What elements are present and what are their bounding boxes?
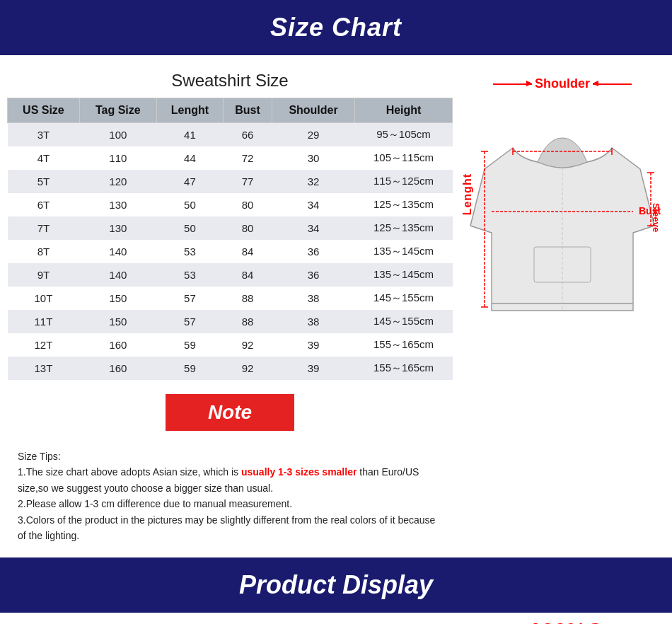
cell-7-0: 10T <box>8 287 80 310</box>
col-bust: Bust <box>224 98 272 123</box>
col-tag-size: Tag Size <box>79 98 156 123</box>
main-content: Sweatshirt Size US Size Tag Size Lenght … <box>0 55 672 550</box>
cell-10-2: 59 <box>156 357 223 380</box>
cell-9-0: 12T <box>8 333 80 357</box>
table-row: 4T110447230105～115cm <box>8 146 453 170</box>
header-title: Size Chart <box>270 13 402 42</box>
cell-9-5: 155～165cm <box>355 333 453 357</box>
cell-5-0: 8T <box>8 240 80 263</box>
cell-2-2: 47 <box>156 170 223 193</box>
col-height: Height <box>355 98 453 123</box>
note-label: Note <box>208 401 252 423</box>
lenght-diagram-label: Lenght <box>461 173 474 215</box>
cell-3-3: 80 <box>224 193 272 216</box>
cell-8-0: 11T <box>8 310 80 333</box>
header-bar: Size Chart <box>0 0 672 55</box>
cell-3-0: 6T <box>8 193 80 216</box>
cell-6-0: 9T <box>8 263 80 287</box>
table-row: 9T140538436135～145cm <box>8 263 453 287</box>
cell-5-4: 36 <box>272 240 355 263</box>
table-row: 10T150578838145～155cm <box>8 287 453 310</box>
footer-bar: Product Display <box>0 557 672 613</box>
col-us-size: US Size <box>8 98 80 123</box>
cell-7-4: 38 <box>272 287 355 310</box>
cell-4-0: 7T <box>8 216 80 240</box>
cell-1-2: 44 <box>156 146 223 170</box>
table-row: 6T130508034125～135cm <box>8 193 453 216</box>
cell-4-5: 125～135cm <box>355 216 453 240</box>
cell-6-5: 135～145cm <box>355 263 453 287</box>
cell-6-3: 84 <box>224 263 272 287</box>
note-section: Note <box>7 394 453 431</box>
cell-0-1: 100 <box>79 123 156 147</box>
cell-5-5: 135～145cm <box>355 240 453 263</box>
tips-line1: 1.The size chart above adopts Asian size… <box>18 464 442 496</box>
col-shoulder: Shoulder <box>272 98 355 123</box>
size-table: US Size Tag Size Lenght Bust Shoulder He… <box>7 98 453 380</box>
cell-9-1: 160 <box>79 333 156 357</box>
cell-7-2: 57 <box>156 287 223 310</box>
cell-2-5: 115～125cm <box>355 170 453 193</box>
table-row: 5T120477732115～125cm <box>8 170 453 193</box>
tips-title: Size Tips: <box>18 449 442 464</box>
cell-10-5: 155～165cm <box>355 357 453 380</box>
footer-cotton: 100%Cotton <box>0 613 672 624</box>
cell-10-4: 39 <box>272 357 355 380</box>
cell-6-1: 140 <box>79 263 156 287</box>
cell-8-2: 57 <box>156 310 223 333</box>
table-header-row: US Size Tag Size Lenght Bust Shoulder He… <box>8 98 453 123</box>
cell-10-0: 13T <box>8 357 80 380</box>
table-row: 11T150578838145～155cm <box>8 310 453 333</box>
cell-5-3: 84 <box>224 240 272 263</box>
cell-7-3: 88 <box>224 287 272 310</box>
sweatshirt-title: Sweatshirt Size <box>7 71 453 91</box>
cell-1-4: 30 <box>272 146 355 170</box>
cell-4-3: 80 <box>224 216 272 240</box>
cell-0-0: 3T <box>8 123 80 147</box>
cell-1-1: 110 <box>79 146 156 170</box>
cell-3-1: 130 <box>79 193 156 216</box>
tips-line3: 3.Colors of the product in the pictures … <box>18 512 442 544</box>
cell-4-4: 34 <box>272 216 355 240</box>
cell-7-1: 150 <box>79 287 156 310</box>
tips-line2: 2.Please allow 1-3 cm difference due to … <box>18 496 442 512</box>
cell-5-1: 140 <box>79 240 156 263</box>
cell-6-4: 36 <box>272 263 355 287</box>
cell-0-5: 95～105cm <box>355 123 453 147</box>
cell-10-3: 92 <box>224 357 272 380</box>
cell-3-2: 50 <box>156 193 223 216</box>
table-row: 13T160599239155～165cm <box>8 357 453 380</box>
sweatshirt-svg: Bust Sleeve <box>460 105 665 332</box>
cell-1-0: 4T <box>8 146 80 170</box>
footer-title: Product Display <box>239 570 433 599</box>
table-row: 7T130508034125～135cm <box>8 216 453 240</box>
cotton-label: 100%Cotton <box>527 618 658 624</box>
cell-8-5: 145～155cm <box>355 310 453 333</box>
cell-8-3: 88 <box>224 310 272 333</box>
cell-4-2: 50 <box>156 216 223 240</box>
cell-10-1: 160 <box>79 357 156 380</box>
table-section: Sweatshirt Size US Size Tag Size Lenght … <box>7 62 460 550</box>
tips-section: Size Tips: 1.The size chart above adopts… <box>7 441 453 550</box>
shoulder-label: Shoulder <box>535 76 590 91</box>
sweatshirt-diagram: Lenght <box>460 105 665 332</box>
shoulder-label-container: Shoulder <box>493 76 632 91</box>
table-row: 8T140538436135～145cm <box>8 240 453 263</box>
cell-1-5: 105～115cm <box>355 146 453 170</box>
cell-2-1: 120 <box>79 170 156 193</box>
cell-3-4: 34 <box>272 193 355 216</box>
col-lenght: Lenght <box>156 98 223 123</box>
cell-2-4: 32 <box>272 170 355 193</box>
cell-0-4: 29 <box>272 123 355 147</box>
svg-text:Sleeve: Sleeve <box>651 203 661 232</box>
cell-4-1: 130 <box>79 216 156 240</box>
cell-1-3: 72 <box>224 146 272 170</box>
cell-8-4: 38 <box>272 310 355 333</box>
cell-5-2: 53 <box>156 240 223 263</box>
cell-9-4: 39 <box>272 333 355 357</box>
cell-9-2: 59 <box>156 333 223 357</box>
cell-6-2: 53 <box>156 263 223 287</box>
cell-7-5: 145～155cm <box>355 287 453 310</box>
cell-9-3: 92 <box>224 333 272 357</box>
table-row: 12T160599239155～165cm <box>8 333 453 357</box>
